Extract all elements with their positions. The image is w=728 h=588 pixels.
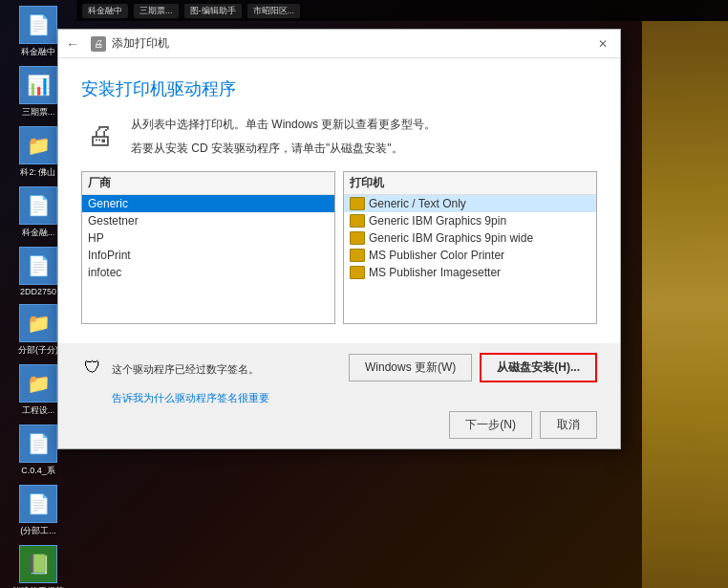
printer-item-text-only-label: Generic / Text Only <box>369 197 466 210</box>
close-button[interactable]: ✕ <box>593 34 612 54</box>
next-button[interactable]: 下一步(N) <box>449 411 532 439</box>
signature-link[interactable]: 告诉我为什么驱动程序签名很重要 <box>112 392 269 403</box>
printer-panel: 打印机 Generic / Text Only Generic IBM Grap… <box>343 171 597 324</box>
desktop-icon-img-6: 📁 <box>19 364 57 403</box>
desktop-icon-img-1: 📊 <box>19 66 57 104</box>
instruction-1: 从列表中选择打印机。单击 Windows 更新以查看更多型号。 <box>131 116 436 134</box>
printer-thumb-icon-4 <box>350 249 365 262</box>
instruction-row: 🖨 从列表中选择打印机。单击 Windows 更新以查看更多型号。 若要从安装 … <box>81 116 597 158</box>
signature-info: 这个驱动程序已经过数字签名。 <box>112 359 259 377</box>
desktop-icon-label-4: 2DD2750 <box>20 287 56 296</box>
printer-item-publisher-imagesetter-label: MS Publisher Imagesetter <box>369 266 501 279</box>
dialog-content: 安装打印机驱动程序 🖨 从列表中选择打印机。单击 Windows 更新以查看更多… <box>58 58 620 343</box>
taskbar-item-4[interactable]: 市昭阳区... <box>247 4 301 18</box>
back-button[interactable]: ← <box>66 36 79 52</box>
desktop-icon-label-1: 三期票... <box>22 106 55 119</box>
list-section: 厂商 Generic Gestetner HP InfoPrint infote… <box>81 171 597 324</box>
printer-thumb-icon-5 <box>350 266 365 279</box>
desktop-icon-label-8: (分部工... <box>20 525 56 537</box>
printer-item-ibm-9pin-wide[interactable]: Generic IBM Graphics 9pin wide <box>344 229 596 247</box>
desktop-icon-img-4: 📄 <box>19 247 57 285</box>
taskbar: 科金融中 三期票... 图-编辑助手 市昭阳区... <box>76 0 728 21</box>
desktop-icon-label-3: 科金融... <box>22 227 55 239</box>
manufacturer-panel: 厂商 Generic Gestetner HP InfoPrint infote… <box>81 171 335 324</box>
manufacturer-item-gestetner[interactable]: Gestetner <box>82 212 334 229</box>
add-printer-dialog: ← 🖨 添加打印机 ✕ 安装打印机驱动程序 🖨 从列表中选择打印机。单击 Win… <box>57 29 621 449</box>
from-disk-button[interactable]: 从磁盘安装(H)... <box>480 353 597 382</box>
cancel-button[interactable]: 取消 <box>540 411 597 439</box>
manufacturer-item-hp[interactable]: HP <box>82 229 334 247</box>
signature-row: 🛡 这个驱动程序已经过数字签名。 Windows 更新(W) 从磁盘安装(H).… <box>81 353 597 382</box>
desktop-icon-img-9: 📗 <box>19 545 57 583</box>
desktop-icon-img-0: 📄 <box>19 6 57 44</box>
desktop-icon-label-2: 科2: 佛山 <box>20 166 55 179</box>
bottom-button-row: 下一步(N) 取消 <box>81 411 597 439</box>
desktop-icon-label-0: 科金融中 <box>21 46 55 58</box>
desktop-icon-img-2: 📁 <box>19 126 57 164</box>
desktop-icon-label-6: 工程设... <box>22 404 55 417</box>
printer-item-ibm-9pin-wide-label: Generic IBM Graphics 9pin wide <box>369 231 533 245</box>
taskbar-item-2[interactable]: 三期票... <box>134 4 179 18</box>
printer-item-ibm-9pin-label: Generic IBM Graphics 9pin <box>369 214 506 228</box>
printer-thumb-icon-3 <box>350 231 365 245</box>
printer-item-publisher-color-label: MS Publisher Color Printer <box>369 249 504 262</box>
printer-item-publisher-color[interactable]: MS Publisher Color Printer <box>344 247 596 264</box>
printer-icon-large: 🖨 <box>81 116 119 154</box>
taskbar-item-1[interactable]: 科金融中 <box>82 4 128 18</box>
manufacturer-item-infotec[interactable]: infotec <box>82 264 334 281</box>
manufacturer-list[interactable]: Generic Gestetner HP InfoPrint infotec <box>82 195 334 323</box>
title-bar-left: ← 🖨 添加打印机 <box>66 35 169 52</box>
desktop-icon-img-3: 📄 <box>19 186 57 225</box>
shield-icon: 🛡 <box>81 357 104 380</box>
printer-item-text-only[interactable]: Generic / Text Only <box>344 195 596 212</box>
printer-item-publisher-imagesetter[interactable]: MS Publisher Imagesetter <box>344 264 596 281</box>
printer-header: 打印机 <box>344 172 596 195</box>
nav-buttons: 下一步(N) 取消 <box>449 411 597 439</box>
dialog-title-bar: ← 🖨 添加打印机 ✕ <box>58 30 620 58</box>
desktop-icon-img-5: 📁 <box>19 304 57 342</box>
signature-text: 这个驱动程序已经过数字签名。 <box>112 363 259 375</box>
desktop-icon-img-8: 📄 <box>19 485 57 523</box>
section-title: 安装打印机驱动程序 <box>81 77 597 100</box>
dialog-bottom: 🛡 这个驱动程序已经过数字签名。 Windows 更新(W) 从磁盘安装(H).… <box>58 343 620 448</box>
right-decoration <box>642 21 728 588</box>
top-buttons: Windows 更新(W) 从磁盘安装(H)... <box>349 353 597 382</box>
desktop-icon-label-5: 分部(子分) <box>18 344 58 357</box>
printer-thumb-icon <box>350 197 365 210</box>
printer-thumb-icon-2 <box>350 214 365 228</box>
printer-item-ibm-9pin[interactable]: Generic IBM Graphics 9pin <box>344 212 596 229</box>
manufacturer-header: 厂商 <box>82 172 334 195</box>
printer-list[interactable]: Generic / Text Only Generic IBM Graphics… <box>344 195 596 323</box>
desktop: 科金融中 三期票... 图-编辑助手 市昭阳区... 📄 科金融中 📊 三期票.… <box>0 0 728 588</box>
instruction-2: 若要从安装 CD 安装驱动程序，请单击"从磁盘安装"。 <box>131 140 436 158</box>
manufacturer-item-generic[interactable]: Generic <box>82 195 334 212</box>
dialog-title-text: 添加打印机 <box>112 35 169 52</box>
instructions: 从列表中选择打印机。单击 Windows 更新以查看更多型号。 若要从安装 CD… <box>131 116 436 158</box>
desktop-icon-label-7: C.0.4_系 <box>21 465 55 477</box>
windows-update-button[interactable]: Windows 更新(W) <box>349 354 472 381</box>
desktop-icon-img-7: 📄 <box>19 425 57 463</box>
dialog-overlay: ← 🖨 添加打印机 ✕ 安装打印机驱动程序 🖨 从列表中选择打印机。单击 Win… <box>57 29 637 578</box>
manufacturer-item-infoprint[interactable]: InfoPrint <box>82 247 334 264</box>
taskbar-item-3[interactable]: 图-编辑助手 <box>184 4 242 18</box>
printer-icon-small: 🖨 <box>91 36 106 52</box>
